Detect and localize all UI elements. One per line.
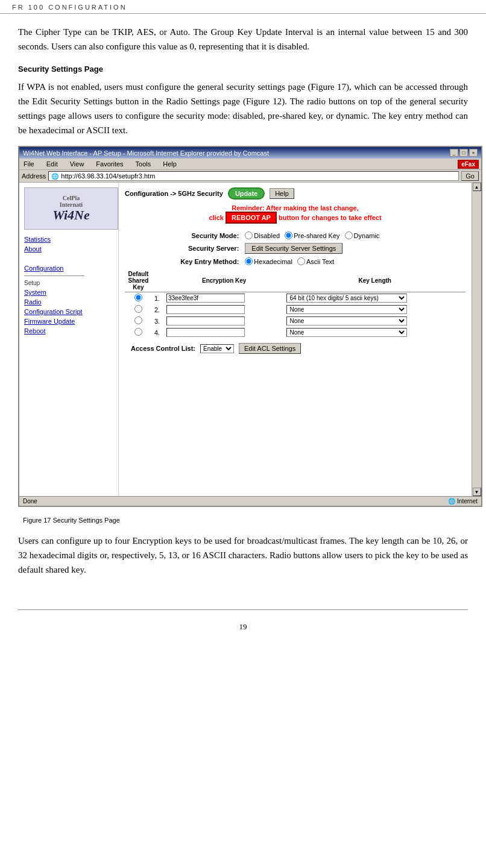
key2-input[interactable] [166, 305, 245, 314]
mode-dynamic-radio[interactable] [345, 231, 353, 239]
scroll-up-button[interactable]: ▲ [473, 183, 481, 191]
menu-view[interactable]: View [68, 160, 86, 168]
key-length-header: Key Length [284, 269, 465, 292]
browser-statusbar: Done 🌐 Internet [19, 496, 481, 506]
page-header: FR 100 CONFIGURATION [0, 0, 486, 14]
browser-scrollbar[interactable]: ▲ ▼ [472, 183, 481, 496]
sidebar-item-reboot[interactable]: Reboot [24, 327, 118, 335]
sidebar-item-firmware[interactable]: Firmware Update [24, 318, 118, 325]
address-url: http://63.98.33.104/setupfr3.htm [61, 172, 155, 180]
sidebar-item-config-script[interactable]: Configuration Script [24, 308, 118, 315]
mode-preshared-label: Pre-shared Key [294, 232, 339, 239]
menu-edit[interactable]: Edit [45, 160, 60, 168]
browser-sidebar: CelPlaInternati Wi4Ne Statistics About C… [19, 183, 119, 496]
minimize-button[interactable]: _ [450, 149, 458, 157]
key1-default-radio[interactable] [134, 294, 142, 301]
key3-input[interactable] [166, 316, 245, 326]
menu-favorites[interactable]: Favorites [94, 160, 125, 168]
menu-tools[interactable]: Tools [134, 160, 153, 168]
menu-help[interactable]: Help [161, 160, 178, 168]
go-button[interactable]: Go [461, 171, 479, 181]
edit-security-server-button[interactable]: Edit Security Server Settings [245, 243, 342, 254]
internet-label: Internet [457, 498, 478, 505]
address-field[interactable]: 🌐 http://63.98.33.104/setupfr3.htm [48, 171, 459, 181]
sidebar-item-system[interactable]: System [24, 289, 118, 296]
page-number: 19 [239, 622, 247, 631]
acl-select[interactable]: Enable Disable [200, 344, 234, 353]
key1-num: 1. [152, 292, 164, 304]
sidebar-item-radio[interactable]: Radio [24, 298, 118, 306]
maximize-button[interactable]: □ [459, 149, 468, 157]
reboot-ap-button[interactable]: REBOOT AP [226, 212, 277, 224]
efax-button[interactable]: eFax [458, 160, 479, 169]
key-hex-radio[interactable] [245, 257, 253, 265]
mode-preshared-option[interactable]: Pre-shared Key [285, 231, 339, 239]
def-shared-key-header: Default Shared Key [125, 269, 152, 292]
key4-length-select[interactable]: None [286, 328, 407, 337]
help-button[interactable]: Help [270, 188, 294, 199]
acl-row: Access Control List: Enable Disable Edit… [125, 343, 465, 354]
key1-length-select[interactable]: 64 bit (10 hex digits/ 5 ascii keys) [286, 294, 407, 303]
key-hex-label: Hexadecimal [254, 258, 292, 265]
mode-dynamic-option[interactable]: Dynamic [345, 231, 380, 239]
browser-title: Wi4Net Web Interface - AP Setup - Micros… [23, 149, 269, 157]
section-heading: Security Settings Page [18, 64, 468, 74]
browser-window: Wi4Net Web Interface - AP Setup - Micros… [18, 146, 482, 507]
reminder-text-line3: button for changes to take effect [279, 214, 382, 221]
key-ascii-option[interactable]: Ascii Text [297, 257, 334, 265]
key4-num: 4. [152, 327, 164, 338]
key-method-radio-group: Hexadecimal Ascii Text [245, 257, 462, 265]
update-button[interactable]: Update [228, 187, 265, 200]
reminder-box: Reminder: After making the last change, … [125, 204, 465, 224]
status-internet: 🌐 Internet [448, 498, 478, 505]
mode-dynamic-label: Dynamic [354, 232, 380, 239]
reminder-text-line1: Reminder: After making the last change, [232, 204, 358, 212]
key2-num: 2. [152, 304, 164, 315]
page-footer: 19 [0, 610, 486, 638]
key3-default-radio[interactable] [134, 316, 142, 324]
main-content: Configuration -> 5GHz Security Update He… [119, 183, 472, 496]
sidebar-item-statistics[interactable]: Statistics [24, 236, 118, 243]
key-hex-option[interactable]: Hexadecimal [245, 257, 292, 265]
main-header-bar: Configuration -> 5GHz Security Update He… [125, 187, 465, 200]
security-server-label: Security Server: [125, 241, 242, 256]
reminder-click-text: click [209, 214, 223, 221]
logo-company: CelPlaInternati [52, 195, 90, 208]
acl-label: Access Control List: [131, 345, 195, 352]
mode-disabled-radio[interactable] [245, 231, 253, 239]
enc-key-header: Encryption Key [164, 269, 284, 292]
body-paragraph: If WPA is not enabled, users must config… [18, 80, 468, 137]
mode-disabled-label: Disabled [254, 232, 280, 239]
settings-table: Security Mode: Disabled [125, 230, 465, 267]
globe-icon: 🌐 [51, 173, 58, 180]
key2-length-select[interactable]: None [286, 305, 407, 314]
security-mode-radio-group: Disabled Pre-shared Key Dy [245, 231, 462, 239]
key4-input[interactable] [166, 328, 245, 337]
edit-acl-button[interactable]: Edit ACL Settings [239, 343, 301, 354]
brand-name: Wi4Ne [52, 208, 90, 222]
logo-area: CelPlaInternati Wi4Ne [24, 187, 118, 230]
titlebar-buttons: _ □ × [450, 149, 478, 157]
setup-label: Setup [24, 280, 118, 286]
key-ascii-radio[interactable] [297, 257, 305, 265]
globe-status-icon: 🌐 [448, 498, 455, 505]
browser-menubar: File Edit View Favorites Tools Help eFax [19, 159, 481, 170]
close-button[interactable]: × [469, 149, 478, 157]
key2-default-radio[interactable] [134, 305, 142, 313]
breadcrumb: Configuration -> 5GHz Security [125, 190, 223, 197]
key3-length-select[interactable]: None [286, 316, 407, 326]
menu-file[interactable]: File [22, 160, 36, 168]
key1-input[interactable] [166, 294, 245, 303]
key4-default-radio[interactable] [134, 328, 142, 336]
sidebar-item-configuration[interactable]: Configuration [24, 265, 118, 272]
key-row-1: 1. 64 bit (10 hex digits/ 5 ascii keys) [125, 292, 465, 304]
address-label: Address [22, 172, 46, 180]
sidebar-divider [24, 275, 84, 276]
intro-paragraph: The Cipher Type can be TKIP, AES, or Aut… [18, 25, 468, 54]
mode-disabled-option[interactable]: Disabled [245, 231, 280, 239]
sidebar-item-about[interactable]: About [24, 245, 118, 253]
scroll-down-button[interactable]: ▼ [473, 488, 481, 496]
key3-num: 3. [152, 315, 164, 327]
status-done: Done [23, 498, 37, 505]
mode-preshared-radio[interactable] [285, 231, 292, 239]
